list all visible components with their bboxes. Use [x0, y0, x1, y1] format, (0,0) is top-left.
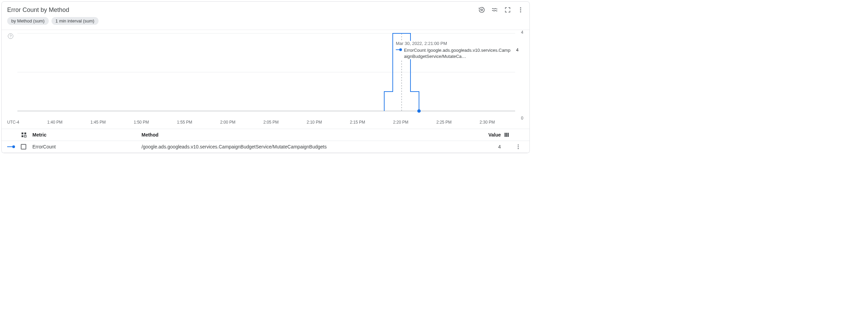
tooltip-series-marker — [396, 48, 402, 51]
row-more-icon[interactable] — [512, 144, 524, 150]
svg-rect-17 — [508, 133, 509, 137]
legend-table: Metric Method Value ErrorCount /google.a… — [2, 129, 529, 153]
x-tick: 1:55 PM — [177, 120, 192, 125]
legend-header-value[interactable]: Value — [480, 132, 501, 138]
legend-header-method[interactable]: Method — [141, 132, 480, 138]
svg-point-21 — [518, 146, 519, 147]
y-tick-bottom: 0 — [521, 116, 523, 121]
chip-grouping[interactable]: by Method (sum) — [7, 17, 49, 25]
legend-header-row: Metric Method Value — [2, 129, 529, 141]
card-header: Error Count by Method by Method (sum) 1 … — [2, 6, 529, 28]
reset-zoom-icon[interactable] — [478, 6, 485, 13]
x-tick: 2:25 PM — [436, 120, 452, 125]
svg-rect-12 — [25, 132, 26, 134]
svg-point-8 — [417, 109, 421, 113]
x-axis-timezone: UTC-4 — [7, 120, 19, 125]
svg-point-1 — [520, 7, 521, 9]
x-tick: 2:05 PM — [264, 120, 279, 125]
chart-tooltip: Mar 30, 2022, 2:21:00 PM ErrorCount /goo… — [396, 41, 519, 59]
legend-method: /google.ads.googleads.v10.services.Campa… — [141, 144, 480, 149]
chart-container: ? 4 0 UTC-4 1:40 PM 1:45 PM 1:50 — [2, 30, 529, 127]
svg-point-22 — [518, 148, 519, 149]
legend-header-metric[interactable]: Metric — [32, 132, 141, 138]
x-tick: 2:30 PM — [480, 120, 495, 125]
svg-rect-11 — [21, 132, 23, 134]
y-tick-top: 4 — [521, 30, 523, 35]
chip-interval[interactable]: 1 min interval (sum) — [51, 17, 99, 25]
tooltip-series-label: ErrorCount /google.ads.googleads.v10.ser… — [404, 47, 511, 59]
x-tick: 1:50 PM — [134, 120, 149, 125]
legend-toggle-icon[interactable] — [491, 6, 498, 13]
legend-value: 4 — [480, 144, 501, 149]
x-tick: 1:45 PM — [90, 120, 106, 125]
svg-rect-14 — [25, 136, 26, 137]
x-tick: 2:20 PM — [393, 120, 408, 125]
tooltip-timestamp: Mar 30, 2022, 2:21:00 PM — [396, 41, 519, 46]
chart-area[interactable]: 4 0 UTC-4 1:40 PM 1:45 PM 1:50 PM 1: — [7, 30, 524, 127]
svg-rect-16 — [506, 133, 507, 137]
card-title: Error Count by Method — [7, 6, 99, 14]
series-visibility-checkbox[interactable] — [21, 144, 26, 149]
card-toolbar — [478, 6, 524, 13]
svg-point-2 — [520, 9, 521, 10]
svg-point-10 — [399, 48, 402, 51]
svg-rect-15 — [505, 133, 506, 137]
svg-rect-13 — [21, 136, 23, 137]
x-tick: 2:00 PM — [220, 120, 236, 125]
svg-point-19 — [12, 145, 15, 148]
legend-row[interactable]: ErrorCount /google.ads.googleads.v10.ser… — [2, 141, 529, 153]
tooltip-value: 4 — [516, 47, 519, 52]
more-options-icon[interactable] — [517, 6, 524, 13]
x-axis-ticks: UTC-4 1:40 PM 1:45 PM 1:50 PM 1:55 PM 2:… — [7, 118, 524, 127]
chip-row: by Method (sum) 1 min interval (sum) — [7, 17, 99, 25]
header-left: Error Count by Method by Method (sum) 1 … — [7, 6, 99, 28]
fullscreen-icon[interactable] — [504, 6, 511, 13]
legend-metric: ErrorCount — [32, 144, 141, 149]
metrics-card: Error Count by Method by Method (sum) 1 … — [1, 1, 530, 153]
svg-point-0 — [481, 9, 483, 11]
column-picker-icon[interactable] — [21, 132, 32, 138]
x-tick: 2:10 PM — [306, 120, 322, 125]
columns-icon[interactable] — [501, 132, 512, 138]
svg-point-20 — [518, 144, 519, 145]
x-tick: 2:15 PM — [350, 120, 365, 125]
svg-point-3 — [520, 11, 521, 12]
x-tick: 1:40 PM — [47, 120, 62, 125]
series-color-marker — [7, 145, 15, 148]
